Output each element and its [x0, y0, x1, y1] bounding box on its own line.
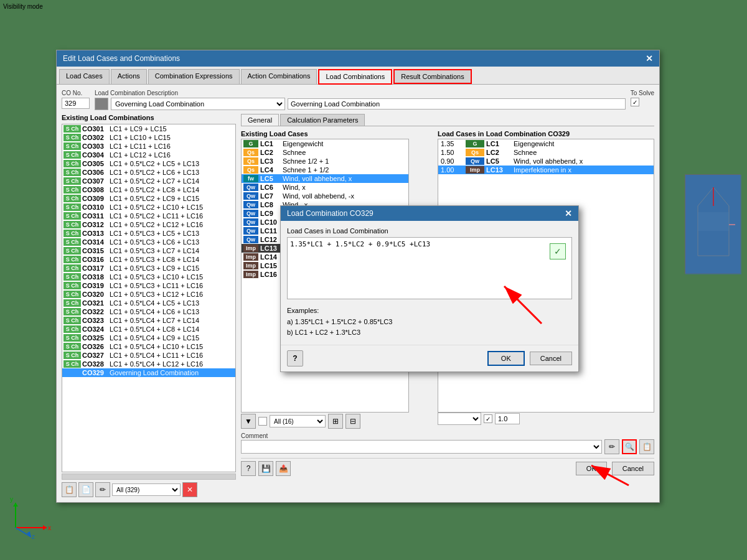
- combo-badge: S Ch: [63, 343, 81, 350]
- combo-item-co325[interactable]: S Ch CO325 LC1 + 0.5*LC4 + LC9 + LC15: [62, 334, 235, 342]
- to-solve-checkbox[interactable]: ✓: [631, 98, 639, 106]
- combo-item-co314[interactable]: S Ch CO314 LC1 + 0.5*LC3 + LC6 + LC13: [62, 238, 235, 246]
- comment-icon2[interactable]: 🔍: [622, 439, 637, 454]
- lc-id: LC13: [486, 166, 511, 174]
- lc-badge: Qw: [243, 210, 258, 217]
- combo-desc: LC1 + 0.5*LC4 + LC12 + LC16: [110, 360, 203, 368]
- lc-item-lc7[interactable]: Qw LC7 Wind, voll abhebend, -x: [242, 192, 408, 200]
- subtabs: General Calculation Parameters: [241, 114, 654, 126]
- lc-combo-row-lc1[interactable]: 1.35 G LC1 Eigengewicht: [438, 139, 654, 148]
- combo-item-co323[interactable]: S Ch CO323 LC1 + 0.5*LC4 + LC7 + LC14: [62, 316, 235, 325]
- lc-item-lc4[interactable]: Qs LC4 Schnee 1 + 1/2: [242, 166, 408, 174]
- co-no-field: CO No.: [62, 90, 90, 109]
- combo-item-co303[interactable]: S Ch CO303 LC1 + LC11 + LC16: [62, 142, 235, 151]
- tab-actions[interactable]: Actions: [111, 69, 147, 84]
- combo-item-co321[interactable]: S Ch CO321 LC1 + 0.5*LC4 + LC5 + LC13: [62, 299, 235, 307]
- sub-dialog-cancel-button[interactable]: Cancel: [530, 352, 572, 365]
- subtab-general[interactable]: General: [241, 114, 279, 126]
- combo-item-co319[interactable]: S Ch CO319 LC1 + 0.5*LC3 + LC11 + LC16: [62, 281, 235, 290]
- subtab-calc-params[interactable]: Calculation Parameters: [280, 114, 365, 126]
- combo-item-co312[interactable]: S Ch CO312 LC1 + 0.5*LC2 + LC12 + LC16: [62, 220, 235, 229]
- textarea-confirm-button[interactable]: ✓: [550, 243, 566, 259]
- combo-filter-select[interactable]: All (329): [112, 483, 181, 496]
- combo-id: CO311: [82, 212, 107, 220]
- lc-desc: Schnee 1/2 + 1: [283, 157, 329, 165]
- lc-id: LC3: [260, 157, 280, 165]
- tab-load-cases[interactable]: Load Cases: [59, 69, 110, 84]
- lc-combo-row-lc13[interactable]: 1.00 Imp LC13 Imperfektionen in x: [438, 166, 654, 174]
- ok-button[interactable]: OK: [576, 462, 607, 475]
- rename-combo-button[interactable]: ✏: [95, 482, 110, 497]
- combo-item-co320[interactable]: S Ch CO320 LC1 + 0.5*LC3 + LC12 + LC16: [62, 290, 235, 299]
- combo-item-co301[interactable]: S Ch CO301 LC1 + LC9 + LC15: [62, 124, 235, 133]
- combo-item-co328[interactable]: S Ch CO328 LC1 + 0.5*LC4 + LC12 + LC16: [62, 360, 235, 368]
- combo-type-select[interactable]: [438, 413, 481, 425]
- combo-item-co311[interactable]: S Ch CO311 LC1 + 0.5*LC2 + LC11 + LC16: [62, 212, 235, 220]
- lc-combo-textarea[interactable]: 1.35*LC1 + 1.5*LC2 + 0.9*LC5 +LC13: [287, 237, 572, 299]
- desc-text-input[interactable]: [288, 98, 626, 110]
- lc-combo-row-lc5[interactable]: 0.90 Qw LC5 Wind, voll abhebend, x: [438, 157, 654, 166]
- combo-item-co318[interactable]: S Ch CO318 LC1 + 0.5*LC3 + LC10 + LC15: [62, 273, 235, 281]
- lc-filter-icon1[interactable]: ⊞: [328, 414, 343, 429]
- comment-icon3[interactable]: 📋: [639, 439, 654, 454]
- axis-indicator: x y z: [9, 497, 53, 541]
- comment-icon1[interactable]: ✏: [604, 439, 619, 454]
- sub-dialog-close-button[interactable]: ✕: [565, 208, 572, 218]
- sub-dialog-titlebar: Load Combination CO329 ✕: [281, 206, 578, 221]
- lc-desc: Schnee 1 + 1/2: [283, 166, 329, 174]
- export-button[interactable]: 📤: [276, 461, 291, 476]
- combo-item-co305[interactable]: S Ch CO305 LC1 + 0.5*LC2 + LC5 + LC13: [62, 159, 235, 168]
- lc-item-lc3[interactable]: Qs LC3 Schnee 1/2 + 1: [242, 157, 408, 166]
- combo-item-co329[interactable]: CO329 Governing Load Combination: [62, 368, 235, 377]
- lc-filter-icon2[interactable]: ⊟: [345, 414, 360, 429]
- sub-dialog-help-button[interactable]: ?: [287, 350, 303, 366]
- combo-item-co313[interactable]: S Ch CO313 LC1 + 0.5*LC3 + LC5 + LC13: [62, 229, 235, 238]
- cancel-button[interactable]: Cancel: [612, 462, 654, 475]
- lc-filter-button[interactable]: ▼: [241, 414, 256, 429]
- existing-combos-list[interactable]: S Ch CO301 LC1 + LC9 + LC15 S Ch CO302 L…: [62, 124, 236, 472]
- dialog-close-button[interactable]: ✕: [646, 54, 653, 63]
- lc-all-checkbox[interactable]: [258, 417, 267, 426]
- combo-item-co322[interactable]: S Ch CO322 LC1 + 0.5*LC4 + LC6 + LC13: [62, 307, 235, 316]
- add-combo-button[interactable]: 📋: [62, 482, 77, 497]
- help-button[interactable]: ?: [241, 461, 256, 476]
- save-button[interactable]: 💾: [258, 461, 273, 476]
- lc-item-lc2[interactable]: Qs LC2 Schnee: [242, 148, 408, 157]
- desc-type-select[interactable]: Governing Load Combination: [111, 98, 285, 110]
- comment-section: Comment ✏ 🔍 📋: [241, 432, 654, 454]
- co-no-input[interactable]: [62, 98, 90, 109]
- combo-item-co308[interactable]: S Ch CO308 LC1 + 0.5*LC2 + LC8 + LC14: [62, 185, 235, 194]
- lc-item-lc5[interactable]: fw LC5 Wind, voll abhebend, x: [242, 174, 408, 183]
- factor-input[interactable]: [495, 413, 520, 424]
- combo-item-co309[interactable]: S Ch CO309 LC1 + 0.5*LC2 + LC9 + LC15: [62, 194, 235, 203]
- combo-item-co316[interactable]: S Ch CO316 LC1 + 0.5*LC3 + LC8 + LC14: [62, 255, 235, 264]
- lc-filter-select[interactable]: All (16): [270, 415, 326, 427]
- copy-combo-button[interactable]: 📄: [78, 482, 93, 497]
- combo-item-co302[interactable]: S Ch CO302 LC1 + LC10 + LC15: [62, 133, 235, 142]
- combo-item-co317[interactable]: S Ch CO317 LC1 + 0.5*LC3 + LC9 + LC15: [62, 264, 235, 273]
- delete-combo-button[interactable]: ✕: [182, 482, 197, 497]
- tab-combination-expressions[interactable]: Combination Expressions: [148, 69, 240, 84]
- lc-item-lc6[interactable]: Qw LC6 Wind, x: [242, 183, 408, 192]
- lc-id: LC13: [260, 245, 280, 252]
- tab-action-combinations[interactable]: Action Combinations: [241, 69, 317, 84]
- lc-item-lc1[interactable]: G LC1 Eigengewicht: [242, 139, 408, 148]
- combo-check[interactable]: ✓: [484, 414, 492, 423]
- combo-item-co315[interactable]: S Ch CO315 LC1 + 0.5*LC3 + LC7 + LC14: [62, 246, 235, 255]
- combo-item-co324[interactable]: S Ch CO324 LC1 + 0.5*LC4 + LC8 + LC14: [62, 325, 235, 334]
- lc-id: LC9: [260, 210, 280, 217]
- combo-item-co310[interactable]: S Ch CO310 LC1 + 0.5*LC2 + LC10 + LC15: [62, 203, 235, 212]
- comment-select[interactable]: [241, 440, 602, 454]
- combo-item-co306[interactable]: S Ch CO306 LC1 + 0.5*LC2 + LC6 + LC13: [62, 168, 235, 177]
- tab-load-combinations[interactable]: Load Combinations: [318, 69, 392, 85]
- combo-badge: S Ch: [63, 212, 81, 220]
- combo-item-co304[interactable]: S Ch CO304 LC1 + LC12 + LC16: [62, 151, 235, 159]
- horizontal-scrollbar[interactable]: [62, 474, 236, 480]
- combo-item-co307[interactable]: S Ch CO307 LC1 + 0.5*LC2 + LC7 + LC14: [62, 177, 235, 185]
- lc-combo-row-lc2[interactable]: 1.50 Qs LC2 Schnee: [438, 148, 654, 157]
- combo-id: CO307: [82, 177, 107, 185]
- sub-dialog-ok-button[interactable]: OK: [487, 351, 525, 366]
- tab-result-combinations[interactable]: Result Combinations: [393, 69, 472, 84]
- combo-item-co326[interactable]: S Ch CO326 LC1 + 0.5*LC4 + LC10 + LC15: [62, 342, 235, 351]
- combo-item-co327[interactable]: S Ch CO327 LC1 + 0.5*LC4 + LC11 + LC16: [62, 351, 235, 360]
